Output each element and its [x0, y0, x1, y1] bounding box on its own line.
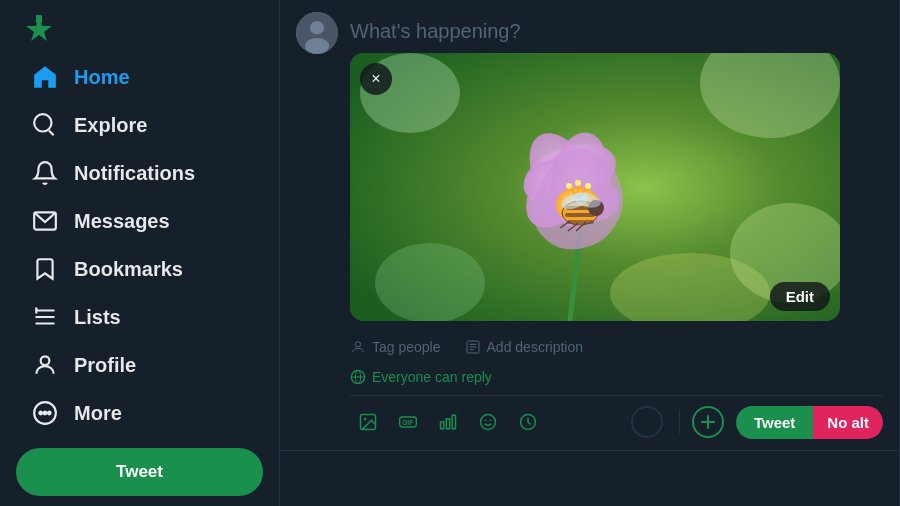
- character-count-circle: [631, 406, 663, 438]
- home-icon: [32, 64, 58, 90]
- image-actions: Tag people Add description: [350, 331, 883, 363]
- sidebar-item-label: Lists: [74, 306, 121, 329]
- tweet-submit-group: Tweet No alt: [736, 406, 883, 439]
- sidebar-item-explore[interactable]: Explore: [16, 102, 263, 148]
- svg-point-53: [481, 415, 496, 430]
- tag-people-label: Tag people: [372, 339, 441, 355]
- globe-icon: [350, 369, 366, 385]
- emoji-icon-button[interactable]: [470, 404, 506, 440]
- sidebar-item-label: Profile: [74, 354, 136, 377]
- sidebar-item-messages[interactable]: Messages: [16, 198, 263, 244]
- svg-point-18: [375, 243, 485, 321]
- svg-text:GIF: GIF: [402, 419, 413, 426]
- sidebar-item-label: Messages: [74, 210, 170, 233]
- reply-setting-label: Everyone can reply: [372, 369, 492, 385]
- bookmark-icon: [32, 256, 58, 282]
- sidebar-item-label: Notifications: [74, 162, 195, 185]
- svg-point-32: [585, 183, 591, 189]
- svg-rect-0: [36, 15, 42, 23]
- svg-point-30: [575, 180, 581, 186]
- poll-icon-button[interactable]: [430, 404, 466, 440]
- compose-area: What's happening? ×: [280, 0, 899, 451]
- lists-icon: [32, 304, 58, 330]
- add-thread-button[interactable]: [692, 406, 724, 438]
- svg-rect-3: [35, 316, 55, 318]
- sidebar-item-notifications[interactable]: Notifications: [16, 150, 263, 196]
- no-alt-button[interactable]: No alt: [813, 406, 883, 439]
- avatar: [296, 12, 338, 54]
- svg-point-8: [39, 412, 42, 415]
- tag-people-button[interactable]: Tag people: [350, 339, 441, 355]
- sidebar-item-home[interactable]: Home: [16, 54, 263, 100]
- svg-point-50: [364, 418, 367, 421]
- sidebar-item-more[interactable]: More: [16, 390, 263, 436]
- svg-point-13: [305, 38, 329, 54]
- sidebar-item-label: Explore: [74, 114, 147, 137]
- compose-right: What's happening? ×: [350, 12, 883, 450]
- edit-image-button[interactable]: Edit: [770, 282, 830, 311]
- profile-icon: [32, 352, 58, 378]
- more-icon: [32, 400, 58, 426]
- description-icon: [465, 339, 481, 355]
- sidebar-item-label: Home: [74, 66, 130, 89]
- sidebar: Home Explore Notifications Messages Book…: [0, 0, 280, 506]
- tweet-button[interactable]: Tweet: [16, 448, 263, 496]
- add-description-button[interactable]: Add description: [465, 339, 584, 355]
- image-preview-container: ×: [350, 53, 840, 321]
- toolbar-divider: [679, 410, 680, 434]
- svg-point-10: [48, 412, 51, 415]
- svg-point-44: [355, 342, 360, 347]
- sidebar-item-label: More: [74, 402, 122, 425]
- svg-point-28: [566, 183, 572, 189]
- svg-rect-4: [35, 322, 55, 324]
- svg-rect-2: [35, 309, 55, 311]
- add-description-label: Add description: [487, 339, 584, 355]
- sidebar-item-lists[interactable]: Lists: [16, 294, 263, 340]
- messages-icon: [32, 208, 58, 234]
- explore-icon: [32, 112, 58, 138]
- compose-toolbar: GIF Tweet: [350, 395, 883, 450]
- tag-icon: [350, 339, 366, 355]
- compose-placeholder[interactable]: What's happening?: [350, 12, 883, 53]
- svg-point-6: [41, 356, 50, 365]
- gif-icon-button[interactable]: GIF: [390, 404, 426, 440]
- close-image-button[interactable]: ×: [360, 63, 392, 95]
- bell-icon: [32, 160, 58, 186]
- svg-point-55: [490, 420, 492, 422]
- schedule-icon-button[interactable]: [510, 404, 546, 440]
- svg-rect-37: [567, 220, 594, 224]
- svg-rect-5: [35, 307, 37, 314]
- sidebar-item-profile[interactable]: Profile: [16, 342, 263, 388]
- image-preview: [350, 53, 840, 321]
- main-content: What's happening? ×: [280, 0, 900, 506]
- avatar-image: [296, 12, 338, 54]
- sidebar-item-label: Bookmarks: [74, 258, 183, 281]
- reply-setting-button[interactable]: Everyone can reply: [350, 363, 883, 395]
- sidebar-item-bookmarks[interactable]: Bookmarks: [16, 246, 263, 292]
- svg-point-9: [44, 412, 47, 415]
- tweet-submit-button[interactable]: Tweet: [736, 406, 813, 439]
- svg-point-54: [485, 420, 487, 422]
- twitter-logo: [16, 10, 62, 50]
- photo-icon-button[interactable]: [350, 404, 386, 440]
